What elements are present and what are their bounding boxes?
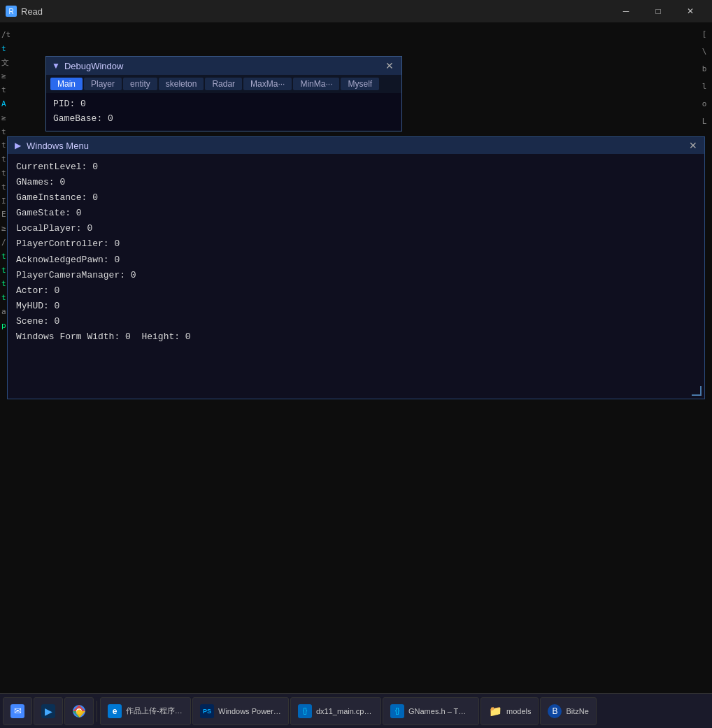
wm-field-scene: Scene: 0 xyxy=(16,314,696,329)
wm-close-button[interactable]: ✕ xyxy=(689,140,697,151)
taskbar-item-cpp[interactable]: {} dx11_main.cpp - ... xyxy=(290,697,381,725)
wm-field-gnames: GNames: 0 xyxy=(16,175,696,190)
debug-tabs: Main Player entity skeleton Radar MaxMa·… xyxy=(46,75,401,93)
taskbar-label-cpp: dx11_main.cpp - ... xyxy=(316,707,373,715)
wm-resize-handle[interactable] xyxy=(692,386,702,396)
taskbar-item-models[interactable]: 📁 models xyxy=(480,697,539,725)
wm-field-playercontroller: PlayerController: 0 xyxy=(16,236,696,252)
arrow-icon: ▶ xyxy=(41,704,55,718)
taskbar-label-edge: 作品上传-程序员客... xyxy=(126,706,183,716)
wm-field-gameinstance: GameInstance: 0 xyxy=(16,190,696,206)
tab-myself[interactable]: Myself xyxy=(341,78,379,90)
taskbar-item-bitzne[interactable]: B BitzNe xyxy=(540,697,596,725)
window-controls: ─ □ ✕ xyxy=(610,0,706,22)
taskbar-sep-1 xyxy=(97,701,97,722)
taskbar-label-powershell: Windows PowerS... xyxy=(218,707,281,715)
right-char-4: l xyxy=(697,82,712,91)
wm-title-bar: ▶ Windows Menu ✕ xyxy=(8,137,704,154)
wm-field-acknowledgedpawn: AcknowledgedPawn: 0 xyxy=(16,252,696,268)
windows-menu: ▶ Windows Menu ✕ CurrentLevel: 0 GNames:… xyxy=(7,136,705,399)
tab-skeleton[interactable]: skeleton xyxy=(159,78,204,90)
taskbar-item-mail[interactable]: ✉ xyxy=(3,697,32,725)
window-title: Read xyxy=(21,6,610,17)
wm-title-text: Windows Menu xyxy=(27,141,683,151)
taskbar-item-powershell[interactable]: PS Windows PowerS... xyxy=(192,697,289,725)
taskbar-label-bitzne: BitzNe xyxy=(566,707,588,715)
taskbar-label-gnames: GNames.h – TME ... xyxy=(408,707,471,715)
tab-radar[interactable]: Radar xyxy=(205,78,242,90)
taskbar-item-edge[interactable]: e 作品上传-程序员客... xyxy=(100,697,191,725)
folder-icon: 📁 xyxy=(488,704,502,718)
vscode-cpp-icon: {} xyxy=(298,704,312,718)
powershell-icon: PS xyxy=(200,704,214,718)
bitzne-icon: B xyxy=(548,704,562,718)
tab-maxma[interactable]: MaxMa··· xyxy=(243,78,292,90)
vscode-gnames-icon: {} xyxy=(390,704,404,718)
debug-title: DebugWindow xyxy=(64,61,379,71)
right-char-1: [ xyxy=(697,29,712,38)
wm-field-playercameramanager: PlayerCameraManager: 0 xyxy=(16,268,696,283)
taskbar-item-chrome[interactable] xyxy=(64,697,94,725)
wm-field-currentlevel: CurrentLevel: 0 xyxy=(16,159,696,175)
wm-arrow-icon: ▶ xyxy=(15,141,21,150)
taskbar-item-gnames[interactable]: {} GNames.h – TME ... xyxy=(383,697,479,725)
wm-field-myhud: MyHUD: 0 xyxy=(16,299,696,314)
tab-entity[interactable]: entity xyxy=(123,78,157,90)
wm-content: CurrentLevel: 0 GNames: 0 GameInstance: … xyxy=(8,154,704,399)
wm-field-windowsform: Windows Form Width: 0 Height: 0 xyxy=(16,329,696,345)
debug-window: ▼ DebugWindow ✕ Main Player entity skele… xyxy=(45,56,402,131)
debug-field-gamebase: GameBase: 0 xyxy=(53,112,394,127)
tab-player[interactable]: Player xyxy=(84,78,122,90)
right-char-5: o xyxy=(697,99,712,108)
edge-icon: e xyxy=(108,704,122,718)
right-char-2: \ xyxy=(697,47,712,56)
right-char-6: L xyxy=(697,117,712,126)
taskbar-item-arrow[interactable]: ▶ xyxy=(34,697,63,725)
title-bar: R Read ─ □ ✕ xyxy=(0,0,712,22)
debug-title-bar: ▼ DebugWindow ✕ xyxy=(46,57,401,75)
minimize-button[interactable]: ─ xyxy=(610,0,642,22)
wm-field-gamestate: GameState: 0 xyxy=(16,206,696,221)
right-char-3: b xyxy=(697,64,712,73)
debug-content: PID: 0 GameBase: 0 xyxy=(46,93,401,131)
debug-close-button[interactable]: ✕ xyxy=(383,59,396,72)
debug-arrow-icon: ▼ xyxy=(52,61,60,71)
maximize-button[interactable]: □ xyxy=(642,0,674,22)
tab-minma[interactable]: MinMa··· xyxy=(293,78,339,90)
wm-field-actor: Actor: 0 xyxy=(16,283,696,299)
wm-field-localplayer: LocalPlayer: 0 xyxy=(16,221,696,236)
taskbar: ✉ ▶ e 作品上传-程序员客... PS Windows PowerS... … xyxy=(0,693,712,728)
chrome-icon xyxy=(72,704,86,718)
debug-field-pid: PID: 0 xyxy=(53,97,394,112)
close-button[interactable]: ✕ xyxy=(674,0,706,22)
app-icon: R xyxy=(6,6,17,17)
mail-icon: ✉ xyxy=(10,704,24,718)
tab-main[interactable]: Main xyxy=(50,78,83,90)
taskbar-label-models: models xyxy=(506,707,531,715)
